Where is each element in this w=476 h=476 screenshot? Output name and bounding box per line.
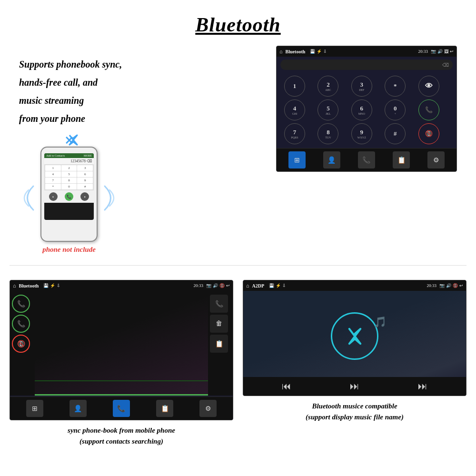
- dial-call[interactable]: 📞: [418, 99, 439, 120]
- car-statusbar-bottom-right: ⌂ A2DP 💾 ⚡ ⇩ 20:33 📷🔊📵↩: [243, 280, 466, 291]
- usb-icon-br: ⚡: [276, 283, 281, 288]
- bluetooth-music-icon: 🎵: [331, 312, 378, 360]
- green-progress-bar: [35, 394, 208, 396]
- phone-screen: Add to Contacts MORE 12345678 ⌫ 1 2 3 4: [44, 153, 94, 220]
- clock-br: 20:33: [426, 283, 436, 288]
- dial-7[interactable]: 7PQRS: [284, 123, 305, 144]
- desc-line2: hands-free call, and: [19, 73, 267, 91]
- status-icons-top: 💾 ⚡ ⇩: [310, 49, 327, 54]
- dial-3[interactable]: 3DEF: [351, 76, 372, 97]
- charge-icon-br: ⇩: [282, 283, 286, 288]
- screen-title-br: A2DP: [252, 283, 265, 288]
- phone-wave-area: ⨯ Add to Contacts MORE: [19, 142, 267, 254]
- dial-hash[interactable]: #: [385, 123, 406, 144]
- home-icon-bl: ⌂: [13, 283, 16, 288]
- save-icon: 💾: [310, 49, 315, 54]
- dial-star[interactable]: *: [385, 76, 406, 97]
- phone-icon-btn[interactable]: 📞: [210, 295, 228, 313]
- contact-main-area: [35, 291, 208, 396]
- end-call-btn[interactable]: 📵: [12, 335, 30, 353]
- clock-bl: 20:33: [193, 283, 203, 288]
- play-btn[interactable]: ⏭: [350, 381, 359, 392]
- back-icon: ↩: [450, 49, 454, 54]
- call-btn[interactable]: 📞: [358, 151, 375, 169]
- home-icon-br: ⌂: [246, 283, 249, 288]
- car-bottom-bar-top: ⊞ 👤 📞 📋 ⚙: [277, 148, 456, 171]
- usb-icon: ⚡: [317, 49, 322, 54]
- img-icon: 🖼: [444, 49, 448, 54]
- car-statusbar-top: ⌂ Bluetooth 💾 ⚡ ⇩ 20:33 📷 🔊 🖼 ↩: [277, 46, 456, 57]
- page-title: Bluetooth: [0, 0, 476, 36]
- dial-9[interactable]: 9WXYZ: [351, 123, 372, 144]
- copy-btn[interactable]: 📋: [210, 335, 228, 353]
- contacts-btn[interactable]: 👤: [323, 151, 340, 169]
- top-section: Supports phonebook sync, hands-free call…: [0, 46, 476, 254]
- vol-icon: 🔊: [437, 49, 443, 54]
- dial-eye[interactable]: 👁: [418, 76, 439, 97]
- prev-btn[interactable]: ⏮: [282, 381, 291, 392]
- icons-bl: 💾 ⚡ ⇩: [43, 283, 60, 288]
- desc-line4: from your phone: [19, 109, 267, 128]
- next-btn[interactable]: ⏭: [418, 381, 427, 392]
- bottom-section: ⌂ Bluetooth 💾 ⚡ ⇩ 20:33 📷🔊📵↩ 📞 📞 📵: [0, 280, 476, 446]
- icons-br: 💾 ⚡ ⇩: [269, 283, 286, 288]
- car-dialpad: 1 2ABC 3DEF * 👁 4GHI 5JKL 6MNO: [277, 73, 456, 147]
- music-controls: ⏮ ⏭ ⏭: [243, 377, 466, 396]
- bottom-right-caption: Bluetooth musice compatible (support dis…: [306, 401, 404, 422]
- backspace-icon: ⌫: [442, 62, 449, 68]
- bottom-left-caption: sync phone-book from mobile phone (suppo…: [68, 425, 175, 446]
- save-icon-br: 💾: [269, 283, 274, 288]
- dial-6[interactable]: 6MNO: [351, 99, 372, 120]
- dial-2[interactable]: 2ABC: [317, 76, 338, 97]
- phone-disclaimer: phone not include: [42, 246, 96, 254]
- contact-screen: 📞 📞 📵 📞 🗑 📋: [10, 291, 233, 396]
- phone-mockup: Add to Contacts MORE 12345678 ⌫ 1 2 3 4: [40, 147, 98, 242]
- car-statusbar-bottom-left: ⌂ Bluetooth 💾 ⚡ ⇩ 20:33 📷🔊📵↩: [10, 280, 233, 291]
- car-bottom-bar-bl: ⊞ 👤 📞 📋 ⚙: [10, 397, 233, 420]
- contact-sidebar: 📞 📞 📵: [10, 291, 35, 396]
- phonebook-btn-bl[interactable]: 📋: [156, 400, 173, 417]
- cam-icon: 📷: [431, 49, 436, 54]
- left-description: Supports phonebook sync, hands-free call…: [19, 46, 267, 254]
- call-btn-2[interactable]: 📞: [12, 315, 30, 333]
- bottom-right-wrap: ⌂ A2DP 💾 ⚡ ⇩ 20:33 📷🔊📵↩: [243, 280, 466, 446]
- dial-5[interactable]: 5JKL: [317, 99, 338, 120]
- right-icons-bl: 📷🔊📵↩: [206, 283, 230, 288]
- bottom-right-screen: ⌂ A2DP 💾 ⚡ ⇩ 20:33 📷🔊📵↩: [243, 280, 466, 396]
- apps-btn-bl[interactable]: ⊞: [26, 400, 43, 417]
- right-icons-br: 📷🔊📵↩: [439, 283, 463, 288]
- bottom-left-screen: ⌂ Bluetooth 💾 ⚡ ⇩ 20:33 📷🔊📵↩ 📞 📞 📵: [10, 280, 233, 420]
- top-car-screen: ⌂ Bluetooth 💾 ⚡ ⇩ 20:33 📷 🔊 🖼 ↩ ⌫ 1: [276, 46, 457, 172]
- wave-left: [19, 181, 36, 215]
- bottom-left-wrap: ⌂ Bluetooth 💾 ⚡ ⇩ 20:33 📷🔊📵↩ 📞 📞 📵: [10, 280, 233, 446]
- dial-0[interactable]: 0+: [385, 99, 406, 120]
- save-icon-bl: 💾: [43, 283, 49, 288]
- desc-line3: music streaming: [19, 91, 267, 109]
- desc-line1: Supports phonebook sync,: [19, 55, 267, 73]
- charge-icon: ⇩: [323, 49, 327, 54]
- usb-icon-bl: ⚡: [50, 283, 55, 288]
- section-divider: [10, 265, 466, 266]
- car-search-bar[interactable]: ⌫: [280, 60, 453, 70]
- contacts-btn-bl[interactable]: 👤: [69, 400, 87, 417]
- dial-end[interactable]: 📵: [418, 123, 439, 144]
- phonebook-btn[interactable]: 📋: [393, 151, 410, 169]
- music-screen: 🎵 ⏮ ⏭ ⏭: [243, 291, 466, 396]
- call-active-btn[interactable]: 📞: [12, 295, 30, 313]
- dial-8[interactable]: 8TUV: [317, 123, 338, 144]
- dial-1[interactable]: 1: [284, 76, 305, 97]
- screen-title-bl: Bluetooth: [19, 283, 39, 288]
- home-icon: ⌂: [279, 49, 283, 54]
- call-btn-bl[interactable]: 📞: [113, 400, 130, 417]
- wave-right: [102, 181, 119, 215]
- right-status-icons: 📷 🔊 🖼 ↩: [431, 49, 454, 54]
- music-note-icon: 🎵: [374, 316, 387, 328]
- bt-settings-btn-bl[interactable]: ⚙: [199, 400, 217, 417]
- settings-bt-btn[interactable]: ⚙: [427, 151, 445, 169]
- apps-btn[interactable]: ⊞: [288, 151, 306, 169]
- charge-icon-bl: ⇩: [57, 283, 60, 288]
- phone-area: ⨯ Add to Contacts MORE: [40, 147, 98, 254]
- dial-4[interactable]: 4GHI: [284, 99, 305, 120]
- contact-right-btns: 📞 🗑 📋: [208, 291, 233, 396]
- delete-btn[interactable]: 🗑: [210, 315, 228, 333]
